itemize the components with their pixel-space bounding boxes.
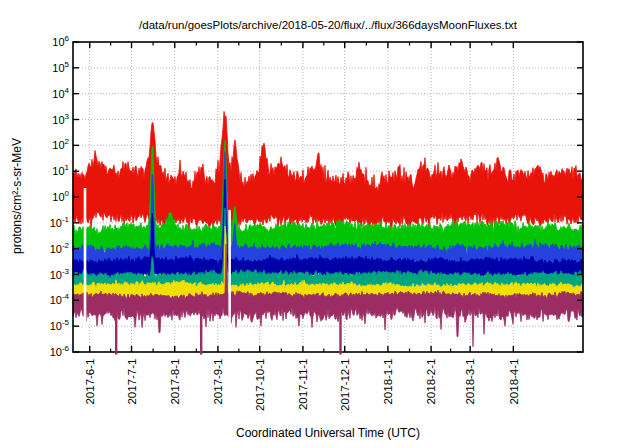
y-tick-label: 105 — [52, 60, 69, 74]
y-tick-label: 10-5 — [50, 318, 70, 332]
y-tick-label: 10-4 — [50, 292, 70, 306]
x-tick-label: 2017-10-1 — [254, 359, 266, 411]
y-tick-label: 10-3 — [50, 267, 70, 281]
series-layer — [73, 111, 583, 346]
x-tick-label: 2017-8-1 — [169, 359, 181, 405]
y-tick-label: 10-6 — [50, 344, 70, 358]
y-tick-label: 10-2 — [50, 241, 70, 255]
y-tick-label: 106 — [52, 34, 69, 48]
down-spike — [200, 297, 202, 355]
goes-proton-flux-plot: /data/run/goesPlots/archive/2018-05-20/f… — [0, 0, 640, 448]
x-tick-label: 2017-7-1 — [126, 359, 138, 405]
down-spike — [115, 297, 117, 355]
x-tick-label: 2017-9-1 — [212, 359, 224, 405]
data-gap — [84, 188, 87, 329]
y-tick-label: 102 — [52, 137, 69, 151]
x-tick-label: 2018-3-1 — [464, 359, 476, 405]
x-tick-label: 2018-1-1 — [382, 359, 394, 405]
plot-canvas: 10610510410310210110010-110-210-310-410-… — [0, 0, 640, 448]
x-tick-label: 2018-4-1 — [508, 359, 520, 405]
y-tick-label: 100 — [52, 189, 69, 203]
x-axis-label: Coordinated Universal Time (UTC) — [8, 426, 640, 440]
down-spike — [339, 297, 341, 355]
y-tick-label: 103 — [52, 112, 69, 126]
y-tick-label: 104 — [52, 86, 69, 100]
y-tick-label: 101 — [52, 163, 69, 177]
x-tick-label: 2017-11-1 — [297, 359, 309, 411]
x-tick-label: 2018-2-1 — [425, 359, 437, 405]
x-tick-label: 2017-12-1 — [339, 359, 351, 411]
data-gap — [228, 210, 231, 328]
y-tick-label: 10-1 — [50, 215, 70, 229]
x-tick-label: 2017-6-1 — [84, 359, 96, 405]
